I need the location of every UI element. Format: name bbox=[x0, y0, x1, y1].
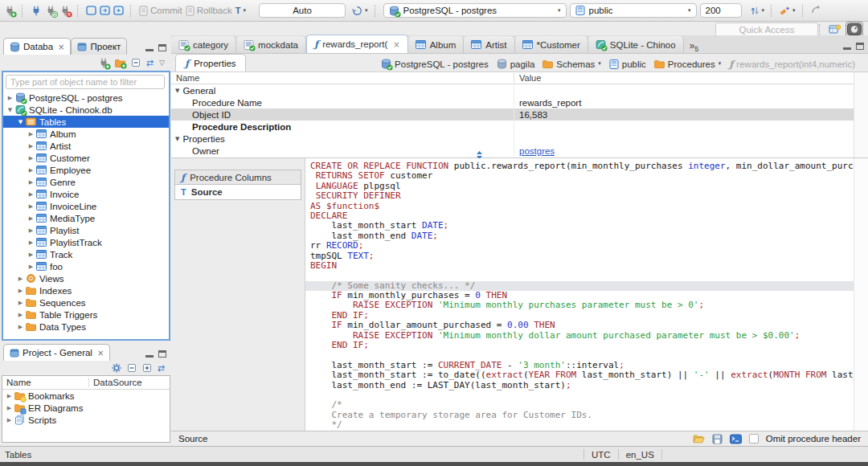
view-menu-icon[interactable]: ▽ bbox=[159, 59, 165, 67]
tree-collapsed-arrow-icon[interactable]: ▶ bbox=[27, 155, 35, 161]
new-connection-button[interactable] bbox=[4, 6, 15, 16]
tree-item-album[interactable]: ▶Album bbox=[3, 128, 169, 140]
section-tab-source[interactable]: TSource bbox=[174, 185, 301, 200]
tree-collapsed-arrow-icon[interactable]: ▶ bbox=[27, 264, 35, 270]
status-locale[interactable]: en_US bbox=[626, 450, 654, 460]
group-expanded-arrow-icon[interactable]: ▼ bbox=[175, 88, 179, 94]
tree-item-playlisttrack[interactable]: ▶PlaylistTrack bbox=[3, 236, 169, 248]
group-expanded-arrow-icon[interactable]: ▼ bbox=[175, 136, 179, 142]
tree-item-indexes[interactable]: ▶Indexes bbox=[3, 284, 169, 296]
tree-item-track[interactable]: ▶Track bbox=[3, 248, 169, 260]
tree-item-customer[interactable]: ▶Customer bbox=[3, 152, 169, 164]
save-to-file-icon[interactable] bbox=[712, 434, 723, 444]
chevron-down-icon[interactable]: ▾ bbox=[719, 61, 722, 67]
disconnect-button[interactable] bbox=[59, 6, 71, 16]
tree-collapsed-arrow-icon[interactable]: ▶ bbox=[27, 131, 35, 137]
tree-collapsed-arrow-icon[interactable]: ▶ bbox=[27, 191, 35, 198]
project-item-scripts[interactable]: ▶Scripts bbox=[2, 414, 170, 426]
history-button[interactable]: ▾ bbox=[352, 6, 368, 16]
section-tab-procedure-columns[interactable]: ƒProcedure Columns bbox=[174, 170, 301, 185]
breadcrumb-procedures[interactable]: Procedures▾ bbox=[654, 59, 721, 69]
code-scrollbar[interactable] bbox=[854, 158, 868, 431]
new-folder-icon[interactable] bbox=[115, 59, 125, 67]
tree-collapsed-arrow-icon[interactable]: ▶ bbox=[27, 167, 35, 174]
tree-item-sqlite-chinook-db[interactable]: ▼SQLite - Chinook.db bbox=[3, 104, 169, 116]
breadcrumb-rewards-report-int4-numeric[interactable]: ƒrewards_report(int4,numeric) bbox=[729, 59, 855, 69]
tree-collapsed-arrow-icon[interactable]: ▶ bbox=[16, 288, 25, 294]
tree-collapsed-arrow-icon[interactable]: ▶ bbox=[6, 95, 14, 101]
close-icon[interactable]: × bbox=[97, 349, 104, 358]
tree-item-views[interactable]: ▶Views bbox=[3, 272, 169, 284]
editor-tab-album[interactable]: Album bbox=[408, 36, 465, 53]
omit-header-checkbox[interactable] bbox=[749, 434, 759, 444]
tree-collapsed-arrow-icon[interactable]: ▶ bbox=[27, 179, 35, 186]
tx-mode-select[interactable]: Auto bbox=[259, 3, 346, 18]
tree-item-playlist[interactable]: ▶Playlist bbox=[3, 224, 169, 236]
gear-icon[interactable] bbox=[112, 363, 121, 373]
tree-item-invoice[interactable]: ▶Invoice bbox=[3, 188, 169, 200]
tree-item-artist[interactable]: ▶Artist bbox=[3, 140, 169, 152]
minimize-icon[interactable] bbox=[145, 45, 154, 51]
pointer-tool-button[interactable] bbox=[811, 6, 821, 15]
tree-collapsed-arrow-icon[interactable]: ▶ bbox=[27, 215, 35, 222]
tree-collapsed-arrow-icon[interactable]: ▶ bbox=[27, 227, 35, 234]
tree-item-data-types[interactable]: ▶Data Types bbox=[3, 321, 169, 333]
tab-database-navigator[interactable]: Databa × bbox=[3, 38, 71, 55]
hidden-tabs-indicator[interactable]: »5 bbox=[684, 40, 705, 53]
commit-button[interactable]: Commit bbox=[139, 6, 182, 16]
sql-editor-button[interactable] bbox=[86, 6, 96, 15]
new-connection-icon[interactable] bbox=[98, 58, 109, 68]
tree-collapsed-arrow-icon[interactable]: ▶ bbox=[5, 393, 14, 399]
tab-project-general[interactable]: Project - General × bbox=[3, 344, 110, 361]
close-icon[interactable]: × bbox=[58, 43, 64, 51]
tree-item-mediatype[interactable]: ▶MediaType bbox=[3, 212, 169, 224]
minimize-icon[interactable] bbox=[843, 43, 851, 50]
format-button[interactable]: ▾ bbox=[780, 6, 796, 16]
tree-collapsed-arrow-icon[interactable]: ▶ bbox=[16, 312, 25, 318]
connect-button[interactable] bbox=[31, 6, 42, 16]
breadcrumb-postgresql-postgres[interactable]: PostgreSQL - postgres bbox=[381, 59, 489, 69]
grid-row-owner[interactable]: Ownerpostgres bbox=[171, 145, 854, 157]
link-editor-icon[interactable]: ⇄ bbox=[146, 58, 154, 68]
tree-collapsed-arrow-icon[interactable]: ▶ bbox=[27, 203, 35, 210]
reconnect-button[interactable] bbox=[45, 6, 56, 16]
tree-item-foo[interactable]: ▶foo bbox=[3, 260, 169, 272]
grid-row-procedure-name[interactable]: Procedure Namerewards_report bbox=[171, 96, 854, 108]
grid-row-object-id[interactable]: Object ID16,583 bbox=[171, 108, 854, 121]
editor-tab-sqlite-chinoo[interactable]: SQLite - Chinoo bbox=[588, 36, 684, 53]
minimize-icon[interactable] bbox=[145, 351, 154, 358]
project-item-er-diagrams[interactable]: ▶ER Diagrams bbox=[2, 402, 170, 414]
editor-tab-artist[interactable]: Artist bbox=[464, 36, 514, 53]
grid-row-general[interactable]: ▼General bbox=[171, 84, 854, 96]
open-sql-script-button[interactable] bbox=[100, 6, 110, 15]
transaction-log-button[interactable]: T▾ bbox=[235, 6, 246, 14]
tree-collapsed-arrow-icon[interactable]: ▶ bbox=[16, 324, 25, 330]
breadcrumb-public[interactable]: public bbox=[609, 59, 646, 69]
tree-collapsed-arrow-icon[interactable]: ▶ bbox=[16, 276, 25, 282]
collapse-all-icon[interactable] bbox=[127, 363, 137, 373]
tree-collapsed-arrow-icon[interactable]: ▶ bbox=[27, 251, 35, 258]
chevron-down-icon[interactable]: ▾ bbox=[598, 61, 601, 67]
project-item-bookmarks[interactable]: ▶Bookmarks bbox=[2, 390, 170, 402]
breadcrumb-schemas[interactable]: Schemas▾ bbox=[542, 59, 600, 69]
owner-link[interactable]: postgres bbox=[519, 146, 555, 156]
editor-tab-rewards-report[interactable]: ƒrewards_report(× bbox=[306, 35, 408, 53]
connection-select[interactable]: PostgreSQL - postgres ▾ bbox=[383, 3, 567, 18]
collapse-all-icon[interactable] bbox=[131, 58, 141, 67]
tree-item-table-triggers[interactable]: ▶Table Triggers bbox=[3, 309, 169, 321]
editor-tab-customer[interactable]: *Customer bbox=[515, 36, 588, 53]
tree-collapsed-arrow-icon[interactable]: ▶ bbox=[27, 239, 35, 246]
open-console-icon[interactable] bbox=[730, 434, 742, 444]
new-sql-editor-button[interactable] bbox=[113, 6, 124, 15]
tree-item-sequences[interactable]: ▶Sequences bbox=[3, 296, 169, 309]
tree-collapsed-arrow-icon[interactable]: ▶ bbox=[5, 417, 14, 423]
tree-expanded-arrow-icon[interactable]: ▼ bbox=[6, 107, 14, 113]
load-from-file-icon[interactable] bbox=[693, 434, 705, 444]
tree-item-postgresql-postgres[interactable]: ▶PostgreSQL - postgres bbox=[3, 92, 169, 104]
grid-scrollbar[interactable] bbox=[854, 72, 868, 157]
expand-all-icon[interactable] bbox=[142, 363, 152, 373]
tree-item-employee[interactable]: ▶Employee bbox=[3, 164, 169, 176]
tree-collapsed-arrow-icon[interactable]: ▶ bbox=[5, 405, 14, 411]
tree-collapsed-arrow-icon[interactable]: ▶ bbox=[16, 300, 25, 306]
tree-expanded-arrow-icon[interactable]: ▼ bbox=[16, 119, 25, 125]
